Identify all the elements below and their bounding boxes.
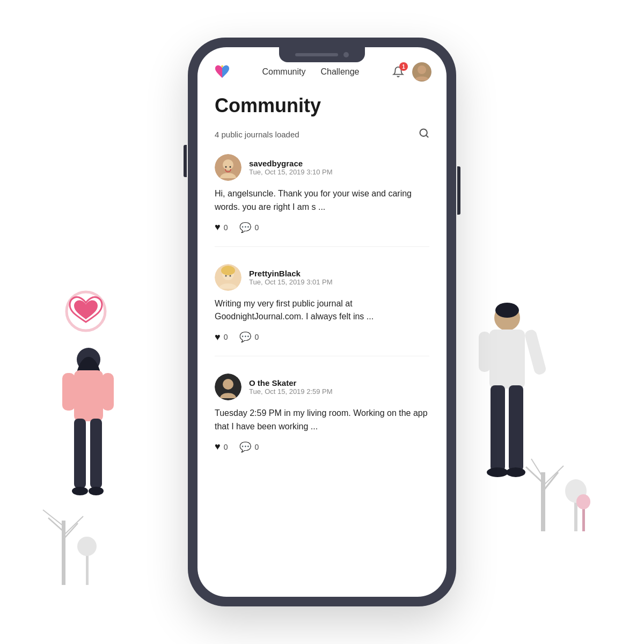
heart-icon: ♥ (215, 441, 221, 452)
post-avatar[interactable] (215, 374, 241, 400)
post-date: Tue, Oct 15, 2019 3:01 PM (249, 278, 333, 286)
svg-rect-4 (62, 373, 75, 411)
post-header: PrettyinBlack Tue, Oct 15, 2019 3:01 PM (215, 264, 429, 291)
svg-line-29 (48, 518, 63, 531)
journals-count: 4 public journals loaded (215, 130, 299, 139)
svg-point-11 (495, 303, 519, 318)
phone-device: Community Challenge 1 (188, 38, 456, 606)
post-body[interactable]: Tuesday 2:59 PM in my living room. Worki… (215, 407, 429, 434)
post-header: savedbygrace Tue, Oct 15, 2019 3:10 PM (215, 154, 429, 181)
svg-line-21 (543, 472, 558, 491)
page-title: Community (215, 94, 429, 117)
svg-point-8 (72, 487, 88, 495)
svg-rect-15 (491, 385, 505, 471)
svg-point-34 (77, 537, 97, 556)
post-meta: PrettyinBlack Tue, Oct 15, 2019 3:01 PM (249, 269, 333, 286)
post-body[interactable]: Writing my very first public journal at … (215, 297, 429, 324)
svg-line-22 (531, 459, 543, 478)
svg-point-25 (565, 479, 587, 503)
svg-point-2 (75, 357, 102, 416)
app-nav: Community Challenge (237, 67, 384, 77)
svg-rect-24 (574, 499, 577, 531)
post-username: O the Skater (249, 378, 333, 387)
post-username: savedbygrace (249, 159, 333, 168)
post-avatar[interactable] (215, 264, 241, 291)
svg-rect-12 (489, 330, 525, 389)
phone-side-button-left (184, 145, 187, 177)
svg-point-41 (230, 166, 231, 168)
comment-button[interactable]: 💬 0 (239, 331, 259, 343)
post-actions: ♥ 0 💬 0 (215, 222, 429, 233)
comment-count: 0 (254, 443, 259, 451)
post-card: savedbygrace Tue, Oct 15, 2019 3:10 PM H… (215, 154, 429, 247)
svg-point-44 (221, 266, 235, 275)
comment-button[interactable]: 💬 0 (239, 441, 259, 453)
svg-point-45 (225, 275, 227, 276)
phone-screen: Community Challenge 1 (197, 47, 447, 597)
comment-icon: 💬 (239, 222, 251, 233)
nav-challenge[interactable]: Challenge (320, 67, 359, 77)
like-button[interactable]: ♥ 0 (215, 222, 228, 233)
post-date: Tue, Oct 15, 2019 3:10 PM (249, 168, 333, 176)
like-count: 0 (224, 333, 228, 341)
phone-notch (279, 47, 365, 62)
post-meta: O the Skater Tue, Oct 15, 2019 2:59 PM (249, 378, 333, 396)
post-header: O the Skater Tue, Oct 15, 2019 2:59 PM (215, 374, 429, 400)
post-card: O the Skater Tue, Oct 15, 2019 2:59 PM T… (215, 374, 429, 466)
like-count: 0 (224, 443, 228, 451)
svg-line-20 (526, 467, 543, 483)
app-logo[interactable] (213, 62, 232, 82)
svg-point-10 (494, 305, 520, 331)
heart-icon: ♥ (215, 222, 221, 233)
heart-icon: ♥ (215, 332, 221, 343)
svg-point-18 (506, 467, 525, 477)
like-button[interactable]: ♥ 0 (215, 332, 228, 343)
svg-point-36 (418, 65, 426, 74)
svg-line-31 (43, 510, 63, 526)
comment-count: 0 (254, 333, 259, 341)
svg-point-40 (225, 166, 227, 168)
notification-badge: 1 (399, 62, 408, 71)
svg-point-39 (223, 159, 233, 170)
app-bar-right: 1 (390, 62, 431, 82)
like-button[interactable]: ♥ 0 (215, 441, 228, 452)
svg-point-9 (89, 487, 104, 495)
svg-point-48 (223, 379, 233, 390)
svg-rect-7 (90, 419, 102, 488)
deco-man-figure (467, 301, 547, 507)
svg-rect-6 (74, 419, 86, 488)
svg-rect-14 (479, 332, 491, 372)
svg-rect-19 (541, 472, 545, 531)
deco-woman-figure (54, 343, 123, 528)
comment-count: 0 (254, 223, 259, 232)
nav-community[interactable]: Community (262, 67, 306, 77)
post-actions: ♥ 0 💬 0 (215, 441, 429, 453)
notification-button[interactable]: 1 (390, 63, 407, 80)
svg-line-30 (63, 523, 78, 539)
svg-rect-26 (582, 507, 585, 531)
svg-point-17 (487, 467, 508, 477)
svg-point-46 (230, 275, 231, 276)
post-card: PrettyinBlack Tue, Oct 15, 2019 3:01 PM … (215, 264, 429, 357)
post-meta: savedbygrace Tue, Oct 15, 2019 3:10 PM (249, 159, 333, 176)
post-avatar[interactable] (215, 154, 241, 181)
content-area: Community 4 public journals loaded (197, 89, 447, 597)
deco-trees-left (32, 478, 107, 587)
user-avatar-button[interactable] (412, 62, 431, 82)
comment-icon: 💬 (239, 331, 251, 343)
svg-point-0 (67, 292, 105, 331)
svg-rect-28 (62, 521, 65, 585)
svg-rect-33 (86, 553, 89, 585)
svg-rect-5 (102, 373, 114, 411)
post-date: Tue, Oct 15, 2019 2:59 PM (249, 387, 333, 396)
svg-rect-16 (509, 385, 523, 471)
post-actions: ♥ 0 💬 0 (215, 331, 429, 343)
comment-button[interactable]: 💬 0 (239, 222, 259, 233)
svg-rect-3 (74, 370, 103, 421)
post-body[interactable]: Hi, angelsuncle. Thank you for your wise… (215, 187, 429, 214)
comment-icon: 💬 (239, 441, 251, 453)
search-button[interactable] (419, 128, 429, 141)
journals-header: 4 public journals loaded (215, 128, 429, 141)
phone-side-button-right (457, 166, 460, 215)
svg-rect-13 (524, 328, 547, 376)
